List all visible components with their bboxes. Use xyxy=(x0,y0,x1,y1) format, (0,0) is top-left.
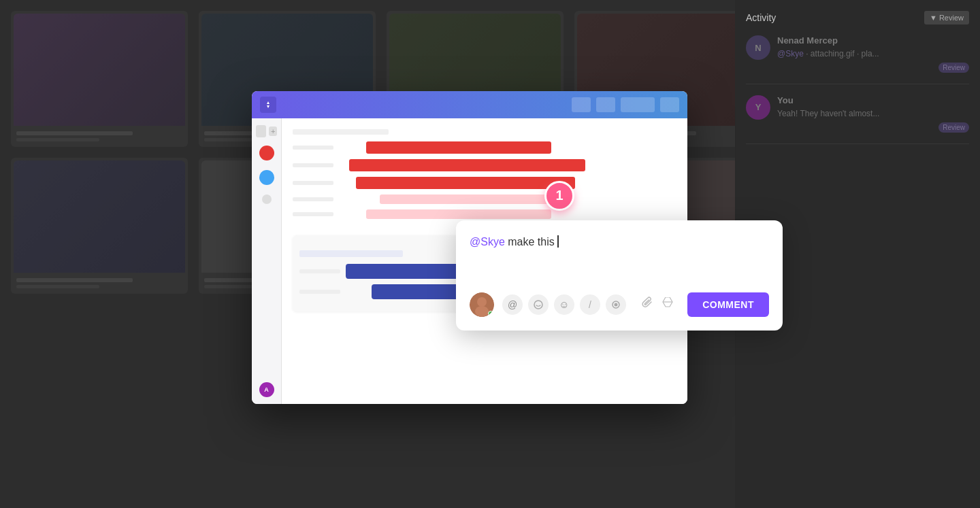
comment-input-text: make this xyxy=(505,236,557,248)
mention: @Skye xyxy=(777,49,804,58)
panel-title: Activity xyxy=(746,12,776,23)
avatar: N xyxy=(746,35,770,60)
gantt-bar-red xyxy=(356,177,575,189)
item-meta: Review xyxy=(777,63,969,73)
panel-filter[interactable]: ▼ Review xyxy=(924,11,969,24)
online-indicator xyxy=(488,311,493,316)
sidebar-red-dot xyxy=(259,146,274,160)
task-label xyxy=(293,197,333,201)
review-badge: Review xyxy=(938,122,969,133)
gantt-row xyxy=(293,194,676,204)
comment-text: Yeah! They haven't almost... xyxy=(777,108,969,120)
panel-header: Activity ▼ Review xyxy=(746,11,969,24)
task-label xyxy=(293,146,333,150)
gantt-row xyxy=(293,141,676,154)
sidebar-blue-dot xyxy=(259,170,274,185)
gantt-bar-red xyxy=(366,141,552,154)
gantt-bar-light-red xyxy=(380,194,549,204)
mention-icon[interactable]: @ xyxy=(502,294,523,315)
comment-toolbar: @ ☺ / xyxy=(470,292,769,317)
attachment-icons xyxy=(641,297,679,312)
item-content: Nenad Mercep @Skye · attaching.gif · pla… xyxy=(777,35,969,73)
svg-point-2 xyxy=(475,306,489,317)
sticker-icon[interactable] xyxy=(528,294,549,315)
sidebar-small-dot xyxy=(262,194,272,204)
slash-command-icon[interactable]: / xyxy=(580,294,600,315)
comment-panel: @Skye make this @ xyxy=(456,220,783,331)
user-avatar-sidebar: A xyxy=(259,382,274,397)
panel-item: N Nenad Mercep @Skye · attaching.gif · p… xyxy=(746,35,969,84)
gantt-blue-header xyxy=(299,250,403,257)
sidebar-add-icon: + xyxy=(269,126,277,136)
item-meta: Review xyxy=(777,122,969,133)
bg-item xyxy=(11,158,188,294)
toolbar-btn-1 xyxy=(572,97,591,112)
gantt-red-section xyxy=(293,129,676,219)
main-modal: + A xyxy=(252,91,728,418)
sidebar-tools-row: + xyxy=(252,125,281,137)
gantt-header-label xyxy=(293,129,389,135)
svg-point-1 xyxy=(477,297,487,307)
emoji-icon[interactable]: ☺ xyxy=(554,294,574,315)
toolbar-btn-2 xyxy=(596,97,615,112)
app-sidebar: + A xyxy=(252,118,282,404)
task-label xyxy=(293,181,333,185)
attach-icon[interactable] xyxy=(641,297,653,312)
text-cursor xyxy=(557,235,559,248)
task-label xyxy=(293,212,333,216)
svg-point-5 xyxy=(615,303,618,306)
toolbar-btn-4 xyxy=(660,97,679,112)
app-toolbar xyxy=(572,97,679,112)
review-badge: Review xyxy=(938,63,969,73)
item-content: You Yeah! They haven't almost... Review xyxy=(777,95,969,133)
gantt-row xyxy=(293,159,676,171)
gantt-row xyxy=(293,177,676,189)
comment-button[interactable]: COMMENT xyxy=(687,292,769,317)
gantt-row xyxy=(293,209,676,219)
task-label xyxy=(299,269,340,273)
app-logo xyxy=(260,97,276,113)
record-icon[interactable] xyxy=(606,294,626,315)
gantt-bar-light-red xyxy=(366,209,552,219)
toolbar-btn-3 xyxy=(621,97,655,112)
panel-item: Y You Yeah! They haven't almost... Revie… xyxy=(746,95,969,144)
svg-point-3 xyxy=(534,301,542,309)
comment-input[interactable]: @Skye make this xyxy=(470,234,769,282)
bg-item xyxy=(11,11,188,147)
badge-count: 1 xyxy=(555,188,563,203)
commenter-avatar xyxy=(470,292,494,317)
sidebar-icon xyxy=(256,125,266,137)
user-name: Nenad Mercep xyxy=(777,35,969,46)
user-name: You xyxy=(777,95,969,105)
mention-text: @Skye xyxy=(470,236,505,248)
toolbar-icons: @ ☺ / xyxy=(502,294,633,315)
comment-text: @Skye · attaching.gif · pla... xyxy=(777,48,969,60)
gantt-bar-red xyxy=(349,159,585,171)
task-label xyxy=(293,163,333,167)
task-label xyxy=(299,290,340,294)
google-drive-icon[interactable] xyxy=(662,297,674,312)
avatar: Y xyxy=(746,95,770,120)
app-header xyxy=(252,91,687,118)
notification-badge[interactable]: 1 xyxy=(544,181,574,211)
